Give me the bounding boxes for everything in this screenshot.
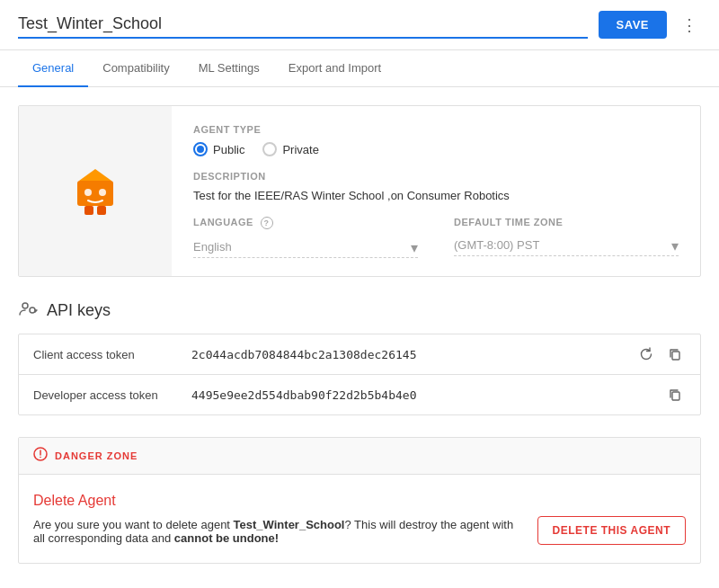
radio-private-circle bbox=[262, 142, 277, 156]
delete-agent-button[interactable]: DELETE THIS AGENT bbox=[537, 516, 686, 545]
danger-zone-header: DANGER ZONE bbox=[19, 438, 700, 475]
svg-point-6 bbox=[22, 303, 28, 308]
language-select-wrapper: English ▾ bbox=[193, 236, 418, 258]
language-field-group: LANGUAGE ? English ▾ bbox=[193, 217, 418, 258]
save-button[interactable]: SAVE bbox=[599, 11, 667, 39]
svg-point-5 bbox=[99, 189, 106, 196]
api-client-value: 2c044acdb7084844bc2a1308dec26145 bbox=[191, 348, 621, 361]
tab-ml-settings[interactable]: ML Settings bbox=[184, 50, 274, 87]
tab-compatibility[interactable]: Compatibility bbox=[88, 50, 183, 87]
danger-zone-label: DANGER ZONE bbox=[55, 450, 138, 461]
agent-title-input[interactable] bbox=[18, 11, 588, 39]
api-keys-header: API keys bbox=[18, 298, 701, 323]
agent-info-section: AGENT TYPE Public Private DESCRIPTION Te… bbox=[18, 105, 701, 277]
language-label: LANGUAGE ? bbox=[193, 217, 418, 229]
refresh-client-token-button[interactable] bbox=[635, 345, 657, 363]
tab-export-import[interactable]: Export and Import bbox=[274, 50, 395, 87]
radio-public[interactable]: Public bbox=[193, 142, 244, 156]
timezone-label: DEFAULT TIME ZONE bbox=[454, 217, 679, 227]
tab-bar: General Compatibility ML Settings Export… bbox=[0, 50, 719, 87]
svg-rect-9 bbox=[672, 392, 679, 400]
api-keys-icon bbox=[18, 298, 38, 323]
radio-public-circle bbox=[193, 142, 208, 156]
api-developer-label: Developer access token bbox=[33, 388, 177, 402]
api-developer-actions bbox=[664, 386, 686, 404]
radio-public-label: Public bbox=[213, 143, 244, 156]
more-options-button[interactable]: ⋮ bbox=[678, 12, 701, 39]
svg-rect-8 bbox=[672, 352, 679, 360]
svg-point-12 bbox=[40, 457, 41, 459]
radio-private-label: Private bbox=[282, 143, 318, 156]
language-timezone-row: LANGUAGE ? English ▾ DEFAULT TIME ZONE bbox=[193, 217, 679, 258]
language-help-icon[interactable]: ? bbox=[261, 217, 273, 229]
api-keys-title: API keys bbox=[47, 301, 111, 320]
timezone-field-group: DEFAULT TIME ZONE (GMT-8:00) PST ▾ bbox=[454, 217, 679, 258]
description-value: Test for the IEEE/RAS Winter School ,on … bbox=[193, 189, 679, 202]
agent-details: AGENT TYPE Public Private DESCRIPTION Te… bbox=[172, 106, 700, 276]
danger-zone-section: DANGER ZONE Delete Agent Are you sure yo… bbox=[18, 437, 701, 564]
api-row-client: Client access token 2c044acdb7084844bc2a… bbox=[19, 334, 700, 375]
language-select[interactable]: English bbox=[193, 236, 418, 258]
svg-rect-2 bbox=[84, 206, 93, 215]
copy-developer-token-button[interactable] bbox=[664, 386, 686, 404]
delete-desc-agent-name: Test_Winter_School bbox=[234, 518, 345, 531]
agent-type-radio-group: Public Private bbox=[193, 142, 679, 156]
timezone-select-wrapper: (GMT-8:00) PST ▾ bbox=[454, 235, 679, 256]
svg-marker-1 bbox=[79, 169, 111, 181]
delete-agent-description: Are you sure you want to delete agent Te… bbox=[33, 518, 519, 545]
copy-client-token-button[interactable] bbox=[664, 345, 686, 363]
delete-agent-row: Are you sure you want to delete agent Te… bbox=[33, 516, 686, 545]
api-keys-table: Client access token 2c044acdb7084844bc2a… bbox=[18, 334, 701, 415]
svg-point-4 bbox=[84, 189, 92, 196]
danger-zone-body: Delete Agent Are you sure you want to de… bbox=[19, 475, 700, 563]
api-client-actions bbox=[635, 345, 686, 363]
agent-type-label: AGENT TYPE bbox=[193, 124, 679, 135]
description-label: DESCRIPTION bbox=[193, 171, 679, 182]
timezone-select[interactable]: (GMT-8:00) PST bbox=[454, 235, 679, 256]
svg-point-7 bbox=[30, 307, 35, 313]
radio-private[interactable]: Private bbox=[262, 142, 318, 156]
delete-agent-title: Delete Agent bbox=[33, 493, 686, 509]
api-row-developer: Developer access token 4495e9ee2d554dbab… bbox=[19, 375, 700, 414]
svg-rect-3 bbox=[97, 206, 106, 215]
api-client-label: Client access token bbox=[33, 348, 177, 361]
content-area: AGENT TYPE Public Private DESCRIPTION Te… bbox=[0, 87, 719, 582]
header: SAVE ⋮ bbox=[0, 0, 719, 50]
delete-desc-bold: cannot be undone! bbox=[174, 531, 279, 545]
agent-avatar-icon bbox=[68, 165, 122, 218]
tab-general[interactable]: General bbox=[18, 50, 88, 87]
danger-zone-icon bbox=[33, 447, 48, 465]
agent-avatar bbox=[19, 106, 172, 276]
api-developer-value: 4495e9ee2d554dbab90f22d2b5b4b4e0 bbox=[191, 388, 650, 402]
delete-desc-prefix: Are you sure you want to delete agent bbox=[33, 518, 234, 531]
